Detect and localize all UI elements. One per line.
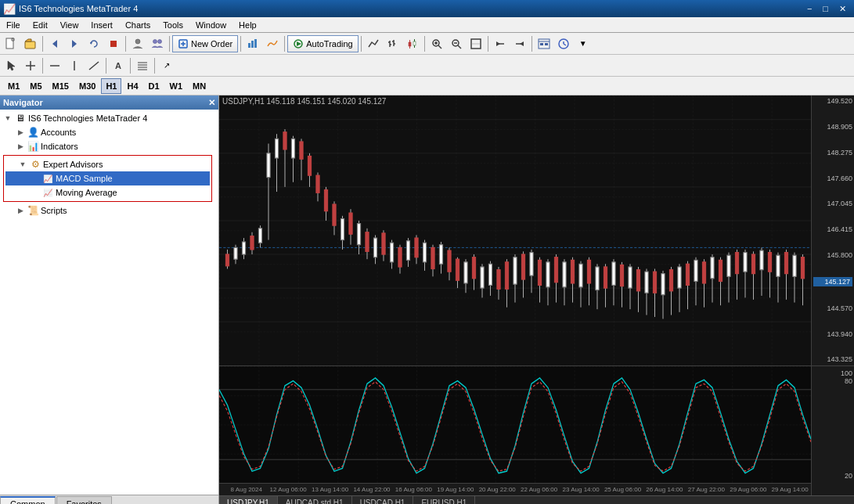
new-file-btn[interactable] — [2, 34, 20, 53]
symbol-tab-audcad[interactable]: AUDCAD,std,H1 — [278, 496, 352, 504]
menu-view[interactable]: View — [54, 17, 85, 32]
tree-macd-sample[interactable]: 📈 MACD Sample — [5, 171, 210, 185]
open-file-btn[interactable] — [21, 34, 40, 53]
dropdown-btn[interactable]: ▼ — [574, 34, 593, 53]
tree-expand-scripts[interactable]: ▶ — [14, 203, 27, 218]
chart-type-bar[interactable] — [384, 34, 402, 53]
fit-btn[interactable] — [467, 34, 485, 53]
period-h4[interactable]: H4 — [122, 78, 142, 94]
tree-icon-scripts: 📜 — [27, 204, 39, 217]
svg-rect-85 — [275, 139, 278, 158]
minimize-button[interactable]: − — [802, 2, 816, 16]
back-btn[interactable] — [45, 34, 64, 53]
chart-btn1[interactable] — [243, 34, 262, 53]
period-m15[interactable]: M15 — [48, 78, 74, 94]
period-m30[interactable]: M30 — [74, 78, 100, 94]
tree-label-ma: Moving Average — [56, 188, 117, 197]
forward-btn[interactable] — [65, 34, 84, 53]
svg-rect-81 — [258, 229, 261, 243]
menu-window[interactable]: Window — [189, 17, 232, 32]
cursor-tool[interactable] — [2, 56, 20, 75]
refresh-btn[interactable] — [85, 34, 103, 53]
profiles-btn[interactable] — [148, 34, 167, 53]
clock-btn[interactable] — [554, 34, 573, 53]
tree-icon-macd: 📈 — [41, 172, 54, 185]
menu-help[interactable]: Help — [232, 17, 263, 32]
menu-tools[interactable]: Tools — [157, 17, 189, 32]
svg-rect-75 — [234, 247, 237, 259]
time-2: 12 Aug 06:00 — [267, 486, 308, 493]
chart-type-line[interactable] — [364, 34, 383, 53]
tree-expand-indicators[interactable]: ▶ — [14, 139, 27, 153]
svg-marker-4 — [25, 39, 31, 41]
close-button[interactable]: ✕ — [834, 2, 851, 16]
time-13: 29 Aug 06:00 — [727, 486, 769, 493]
stop-btn[interactable] — [104, 34, 123, 53]
menu-file[interactable]: File — [0, 17, 27, 32]
svg-rect-87 — [283, 132, 286, 149]
svg-rect-133 — [472, 257, 475, 279]
tree-indicators[interactable]: ▶ 📊 Indicators — [0, 139, 218, 153]
maximize-button[interactable]: □ — [818, 2, 833, 16]
fib-tool[interactable] — [133, 56, 152, 75]
period-d1[interactable]: D1 — [144, 78, 164, 94]
main-chart[interactable]: USDJPY,H1 145.118 145.151 145.020 145.12… — [219, 95, 854, 366]
arrow-tool[interactable]: ↗ — [157, 56, 176, 75]
tree-accounts[interactable]: ▶ 👤 Accounts — [0, 125, 218, 139]
symbol-tab-usdcad[interactable]: USDCAD,H1 — [352, 496, 414, 504]
template-btn[interactable] — [535, 34, 553, 53]
svg-rect-179 — [661, 274, 665, 295]
text-tool[interactable]: A — [109, 56, 128, 75]
period-mn[interactable]: MN — [188, 78, 211, 94]
svg-rect-135 — [481, 267, 484, 288]
period-m5[interactable]: M5 — [25, 78, 46, 94]
svg-rect-151 — [546, 262, 550, 287]
menu-edit[interactable]: Edit — [27, 17, 54, 32]
svg-rect-139 — [497, 270, 500, 290]
navigator-close-btn[interactable]: ✕ — [208, 98, 215, 108]
symbol-tab-eurusd[interactable]: EURUSD,H1 — [413, 496, 475, 504]
tree-expert-advisors[interactable]: ▼ ⚙ Expert Advisors — [5, 157, 210, 171]
tree-scripts[interactable]: ▶ 📜 Scripts — [0, 203, 218, 218]
zoom-in-btn[interactable] — [427, 34, 446, 53]
svg-rect-187 — [694, 260, 697, 281]
svg-rect-205 — [768, 253, 771, 272]
menu-insert[interactable]: Insert — [85, 17, 119, 32]
app-icon: 📈 — [3, 3, 16, 15]
indicator-btn[interactable] — [263, 34, 282, 53]
chart-type-candle[interactable] — [403, 34, 422, 53]
period-sep-btn[interactable] — [491, 34, 510, 53]
crosshair-tool[interactable] — [21, 56, 40, 75]
tree-expand-accounts[interactable]: ▶ — [14, 125, 27, 139]
tree-icon-ea: ⚙ — [29, 158, 41, 171]
menu-charts[interactable]: Charts — [119, 17, 157, 32]
symbol-tab-usdjpy[interactable]: USDJPY,H1 — [219, 496, 278, 504]
trendline-tool[interactable] — [85, 56, 103, 75]
period-w1[interactable]: W1 — [165, 78, 188, 94]
period-h1[interactable]: H1 — [101, 78, 121, 94]
tree-root[interactable]: ▼ 🖥 IS6 Technologies MetaTrader 4 — [0, 111, 218, 125]
auto-trading-button[interactable]: AutoTrading — [287, 35, 359, 52]
vline-tool[interactable] — [65, 56, 84, 75]
chart-area[interactable]: USDJPY,H1 145.118 145.151 145.020 145.12… — [219, 95, 854, 504]
indicator-chart[interactable]: Stoch(15,5,5) 67.7617 40.3482 — [219, 366, 854, 495]
hline-tool[interactable] — [45, 56, 64, 75]
svg-rect-17 — [254, 39, 257, 48]
tab-favorites[interactable]: Favorites — [56, 496, 112, 504]
zoom-out-btn[interactable] — [447, 34, 466, 53]
svg-rect-0 — [6, 38, 13, 49]
svg-rect-93 — [308, 157, 311, 176]
toolbar-sep-6 — [361, 36, 362, 52]
tree-expand-ea[interactable]: ▼ — [16, 157, 29, 171]
period-m1[interactable]: M1 — [3, 78, 24, 94]
tree-moving-average[interactable]: 📈 Moving Average — [5, 185, 210, 200]
svg-rect-171 — [629, 267, 632, 288]
new-order-button[interactable]: New Order — [172, 35, 238, 52]
svg-rect-117 — [406, 241, 409, 261]
draw-sep-1 — [42, 58, 43, 74]
tree-expand-root[interactable]: ▼ — [2, 111, 14, 125]
tab-common[interactable]: Common — [0, 496, 56, 504]
period-fwd-btn[interactable] — [510, 34, 529, 53]
profile-btn[interactable] — [128, 34, 147, 53]
price-label-9: 144.570 — [813, 304, 852, 312]
